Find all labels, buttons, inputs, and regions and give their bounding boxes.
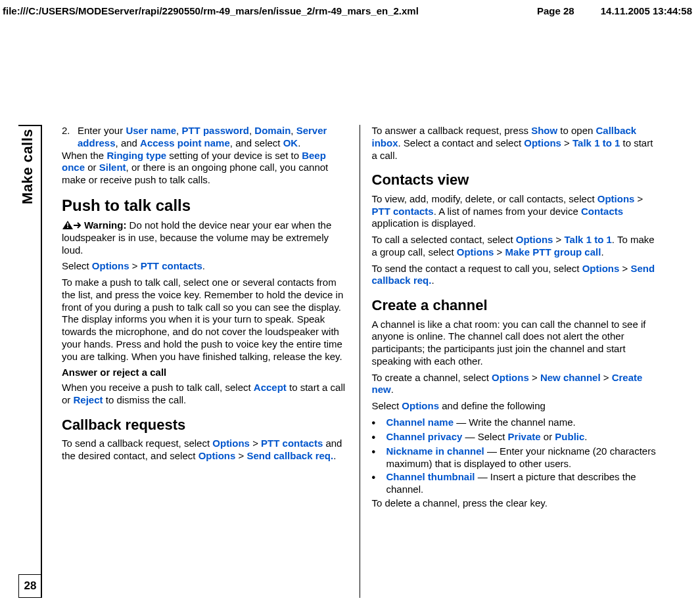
heading-ptt-calls: Push to talk calls <box>62 196 348 215</box>
term-options: Options <box>92 260 129 271</box>
term-reject: Reject <box>74 394 103 405</box>
list-item: Channel privacy — Select Private or Publ… <box>372 431 658 444</box>
left-column: 2. Enter your User name, PTT password, D… <box>62 125 360 598</box>
paragraph: When you receive a push to talk call, se… <box>62 382 348 407</box>
term-public: Public <box>555 431 584 442</box>
term-silent: Silent <box>99 162 126 173</box>
print-header: file:///C:/USERS/MODEServer/rapi/2290550… <box>0 0 700 20</box>
warning-icon <box>62 220 82 232</box>
paragraph: To create a channel, select Options > Ne… <box>372 372 658 397</box>
text: . A list of names from your device <box>434 206 581 217</box>
bullet-list: Channel name — Write the channel name. C… <box>372 417 658 496</box>
page-number-box: 28 <box>18 574 42 598</box>
text: . Select a contact and select <box>398 137 525 148</box>
term-ptt-contacts: PTT contacts <box>372 206 434 217</box>
warning-label: Warning: <box>84 219 129 231</box>
term-apn: Access point name <box>140 137 230 148</box>
term-channel-thumbnail: Channel thumbnail <box>386 471 475 482</box>
text: or <box>85 162 99 173</box>
term-options: Options <box>492 372 529 383</box>
term-user-name: User name <box>126 125 176 136</box>
term-channel-name: Channel name <box>386 417 454 428</box>
text: > <box>601 372 612 383</box>
paragraph: To call a selected contact, select Optio… <box>372 234 658 259</box>
term-channel-privacy: Channel privacy <box>386 431 463 442</box>
term-ptt-contacts: PTT contacts <box>141 260 202 271</box>
text: Enter your <box>78 125 126 136</box>
paragraph: To answer a callback request, press Show… <box>372 125 658 162</box>
term-options: Options <box>457 246 494 258</box>
term-options: Options <box>402 400 439 411</box>
text: When you receive a push to talk call, se… <box>62 382 254 393</box>
text: To create a channel, select <box>372 372 492 383</box>
text: > <box>619 263 630 274</box>
list-item: Channel name — Write the channel name. <box>372 417 658 430</box>
text: . <box>431 275 434 286</box>
text: . <box>202 260 205 271</box>
text: > <box>529 372 540 383</box>
term-ptt-contacts: PTT contacts <box>261 438 323 449</box>
text: When the <box>62 150 106 161</box>
text: application is displayed. <box>372 217 476 229</box>
text: . <box>391 384 394 395</box>
term-options: Options <box>597 193 635 204</box>
term-options: Options <box>212 438 250 449</box>
term-ptt-password: PTT password <box>181 125 249 136</box>
term-send-callback-req: Send callback req. <box>246 450 333 461</box>
subheading-answer-reject: Answer or reject a call <box>62 367 348 379</box>
list-item: Nickname in channel — Enter your nicknam… <box>372 445 658 470</box>
svg-point-0 <box>67 227 68 228</box>
text: > <box>634 193 643 204</box>
term-new-channel: New channel <box>540 372 601 383</box>
page-content: Make calls 2. Enter your User name, PTT … <box>18 125 663 598</box>
page-indicator: Page 28 <box>537 5 574 18</box>
term-domain: Domain <box>254 125 291 136</box>
term-nickname-in-channel: Nickname in channel <box>386 445 484 457</box>
paragraph: Select Options and define the following <box>372 400 658 413</box>
paragraph: To send a callback request, select Optio… <box>62 438 348 463</box>
term-contacts: Contacts <box>581 206 623 217</box>
heading-contacts-view: Contacts view <box>372 171 658 189</box>
paragraph: Select Options > PTT contacts. <box>62 260 348 273</box>
paragraph: A channel is like a chat room: you can c… <box>372 319 658 368</box>
text: . <box>298 137 300 148</box>
right-column: To answer a callback request, press Show… <box>360 125 663 598</box>
term-options: Options <box>582 263 620 274</box>
text: Select <box>62 260 92 271</box>
text: setting of your device is set to <box>166 150 302 161</box>
text: To call a selected contact, select <box>372 234 516 245</box>
term-talk-1-to-1: Talk 1 to 1 <box>565 234 612 245</box>
text: > <box>553 234 564 245</box>
paragraph: When the Ringing type setting of your de… <box>62 150 348 187</box>
heading-callback-requests: Callback requests <box>62 416 348 434</box>
term-private: Private <box>508 431 541 442</box>
step-number: 2. <box>62 125 78 150</box>
paragraph: To view, add, modify, delete, or call co… <box>372 193 658 230</box>
text: Select <box>372 400 402 411</box>
term-show: Show <box>531 125 557 136</box>
page-number: 28 <box>24 579 37 593</box>
text: > <box>129 260 141 271</box>
text: and define the following <box>439 400 546 411</box>
text: , <box>291 125 296 136</box>
term-ringing-type: Ringing type <box>106 150 166 161</box>
text: to dismiss the call. <box>103 394 187 405</box>
step-body: Enter your User name, PTT password, Doma… <box>78 125 348 150</box>
file-path: file:///C:/USERS/MODEServer/rapi/2290550… <box>3 5 419 18</box>
paragraph: To send the contact a request to call yo… <box>372 263 658 288</box>
warning-paragraph: Warning: Do not hold the device near you… <box>62 219 348 257</box>
text: To send a callback request, select <box>62 438 212 449</box>
text: — Select <box>462 431 507 442</box>
paragraph: To make a push to talk call, select one … <box>62 277 348 363</box>
text: to open <box>557 125 595 136</box>
text: To send the contact a request to call yo… <box>372 263 582 274</box>
term-options: Options <box>524 137 561 148</box>
text: To answer a callback request, press <box>372 125 532 136</box>
text: To view, add, modify, delete, or call co… <box>372 193 597 204</box>
text: , and select <box>230 137 283 148</box>
section-tab: Make calls <box>18 125 42 598</box>
term-options: Options <box>198 450 236 461</box>
term-ok: OK <box>283 137 298 148</box>
text: > <box>235 450 246 461</box>
term-talk-1-to-1: Talk 1 to 1 <box>572 137 620 148</box>
